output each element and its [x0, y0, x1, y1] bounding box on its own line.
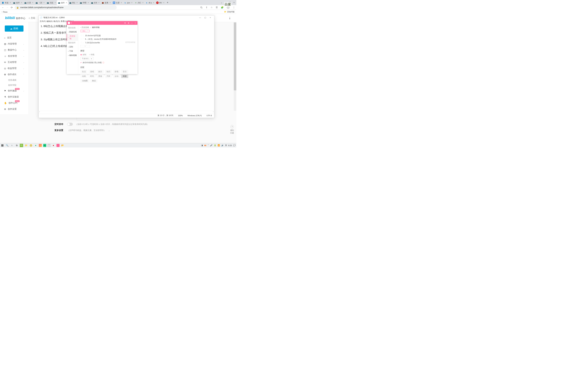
close-icon[interactable]: ×	[21, 1, 22, 4]
search-button[interactable]: 🔍	[5, 144, 9, 147]
tray-ime[interactable]: 英	[225, 144, 227, 147]
cat-music[interactable]: 音乐	[121, 70, 128, 73]
tab-4[interactable]: 📺消息×	[46, 0, 57, 5]
tab-9[interactable]: 🌰坚果×	[101, 0, 112, 5]
taskbar-app-5[interactable]	[39, 144, 42, 147]
tab-10[interactable]: 译百度×	[112, 0, 123, 5]
use-template-button[interactable]: 使用投稿模板	[125, 41, 135, 43]
notepad-maximize[interactable]: ▢	[203, 17, 208, 19]
download-icon[interactable]: ⭳	[228, 17, 231, 19]
close-icon[interactable]: ×	[32, 1, 33, 4]
tray-icon-1[interactable]: ◨	[201, 144, 203, 146]
close-icon[interactable]: ×	[134, 22, 137, 24]
sidebar-item-compress[interactable]: ▫压制	[67, 45, 78, 49]
close-icon[interactable]: ×	[153, 1, 154, 4]
close-icon[interactable]: ×	[98, 1, 100, 4]
scrollbar-thumb[interactable]	[234, 22, 236, 90]
cat-film[interactable]: 影视	[113, 70, 120, 73]
minimize-icon[interactable]: —	[131, 22, 133, 24]
tray-mic-icon[interactable]: 🎤	[210, 144, 213, 146]
cat-life[interactable]: 生活	[80, 70, 87, 73]
url-input[interactable]: 🔒 member.bilibili.com/platform/upload/vi…	[15, 5, 117, 9]
tab-8[interactable]: 📺在B×	[90, 0, 100, 5]
tab-11[interactable]: bjsor×	[123, 0, 134, 5]
uploader-titlebar[interactable]: ▾ ✉ ⚙ — ×	[67, 21, 138, 25]
radio-original[interactable]: ◉ 自制	[80, 53, 86, 56]
sidebar-item-edit-video[interactable]: ▫编辑视频	[67, 53, 78, 58]
tray-chevron-up-icon[interactable]: ˄	[208, 144, 209, 146]
timed-publish-toggle[interactable]	[67, 123, 73, 126]
sidebar-item-home[interactable]: ⌂首页	[2, 35, 26, 41]
tab-13[interactable]: bdf.a×	[144, 0, 155, 5]
sidebar-item-pact[interactable]: ✋创作公约NEW	[2, 100, 26, 106]
cat-ent[interactable]: 娱乐	[97, 70, 104, 73]
post-button[interactable]: ☁︎投稿	[5, 25, 24, 32]
add-part-button[interactable]: +	[80, 45, 90, 47]
cat-game[interactable]: 游戏	[88, 70, 96, 73]
extensions-icon[interactable]: 🧩	[221, 6, 224, 9]
window-close-icon[interactable]: ×	[233, 1, 235, 4]
cat-car[interactable]: 汽车	[105, 75, 112, 78]
other-bookmarks[interactable]: 📁其他书签	[224, 10, 235, 13]
drag-icon[interactable]: ⋮⋮	[80, 42, 84, 44]
close-icon[interactable]: ×	[43, 1, 44, 4]
sidebar-item-income[interactable]: ◎收益管理⌄	[2, 65, 26, 71]
new-tab-button[interactable]: +	[165, 1, 170, 4]
sidebar-item-content[interactable]: ▤内容管理⌄	[2, 41, 26, 47]
sidebar-item-lab[interactable]: ⚗创作实验室	[2, 94, 26, 100]
cat-tech[interactable]: 科技	[121, 75, 128, 78]
sidebar-item-interact[interactable]: ✉互动管理⌄	[2, 59, 26, 65]
task-view-icon[interactable]: ⧉	[15, 144, 18, 147]
topbar-main-site[interactable]: ⌂主站	[29, 17, 35, 19]
close-icon[interactable]: ×	[163, 1, 164, 4]
activity-select[interactable]: 不参加任... ▾	[80, 57, 93, 60]
tab-5-active[interactable]: 📺创作×	[57, 0, 68, 5]
tray-time[interactable]: 8:25	[228, 144, 232, 146]
close-icon[interactable]: ×	[110, 1, 111, 4]
collection-tag[interactable]: ▪ doc...×	[80, 30, 90, 32]
uploader-dropdown-icon[interactable]: ▾	[71, 22, 72, 24]
tabs-dropdown-icon[interactable]: ⌄	[221, 1, 222, 4]
close-icon[interactable]: ×	[121, 1, 122, 4]
taskbar-uploader[interactable]	[56, 144, 60, 147]
star-icon[interactable]: ☆	[211, 6, 213, 9]
radio-reprint[interactable]: ○ 转载	[89, 53, 95, 56]
reading-list-icon[interactable]: ☰	[216, 6, 218, 9]
taskbar-folder[interactable]: 📂	[61, 144, 64, 147]
sidebar-item-settings[interactable]: ⚙创作设置	[2, 106, 26, 112]
drag-icon[interactable]: ⋮⋮	[80, 34, 84, 36]
reload-button[interactable]: ⟳	[10, 6, 13, 9]
sidebar-item-growth[interactable]: ✿创作成长⌃	[2, 71, 26, 77]
page-scrollbar[interactable]	[234, 22, 236, 111]
tray-wifi-icon[interactable]: 📶	[218, 144, 220, 146]
info-icon[interactable]: ⓘ	[103, 61, 104, 64]
drag-icon[interactable]: ⋮⋮	[80, 38, 84, 40]
more-settings-row[interactable]: 更多设置 （含声明与权益、视频元素、互动管理等） ⌄	[54, 129, 182, 132]
sidebar-item-history[interactable]: ▫历史投稿	[67, 34, 78, 41]
taskbar-wechat[interactable]: ●	[34, 144, 37, 147]
close-icon[interactable]: ×	[131, 1, 132, 4]
sidebar-item-subtitle[interactable]: ▫字幕	[67, 49, 78, 53]
taskbar-record[interactable]: ●	[52, 144, 55, 147]
close-icon[interactable]: ×	[55, 1, 56, 4]
bilibili-logo[interactable]: bilibili 创作中心	[5, 16, 25, 20]
search-icon[interactable]	[200, 6, 203, 9]
close-icon[interactable]: ×	[10, 1, 11, 4]
tab-6[interactable]: 📺B站×	[68, 0, 79, 5]
cortana-icon[interactable]: ○	[10, 144, 14, 147]
sidebar-item-incentive[interactable]: ⚑创作激励NEW⌄	[2, 88, 26, 94]
taskbar-chrome[interactable]	[29, 144, 33, 147]
remove-tag-icon[interactable]: ×	[87, 30, 88, 32]
notepad-close[interactable]: ×	[208, 17, 213, 19]
tray-xiaomi-icon[interactable]: MI	[204, 144, 206, 146]
taskbar-app-7[interactable]: T	[48, 144, 50, 147]
gear-icon[interactable]: ⚙	[127, 22, 130, 24]
bookmark-rasa[interactable]: ▫Rasa	[2, 11, 8, 13]
tab-1[interactable]: 📺创作×	[12, 0, 23, 5]
menu-icon[interactable]: ⋮	[233, 6, 235, 9]
menu-view[interactable]: 查看(V)	[61, 20, 67, 23]
cat-sport[interactable]: 运动	[113, 75, 120, 78]
close-icon[interactable]: ×	[76, 1, 78, 4]
mail-icon[interactable]: ✉	[124, 22, 126, 24]
start-button[interactable]	[1, 144, 4, 147]
